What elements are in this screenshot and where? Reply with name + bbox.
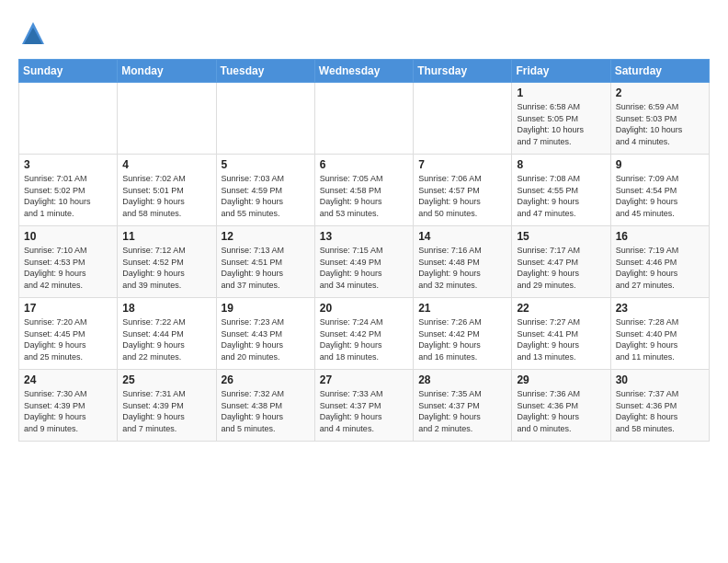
day-cell: 7Sunrise: 7:06 AM Sunset: 4:57 PM Daylig…	[414, 155, 512, 226]
day-number: 21	[418, 302, 506, 315]
day-info: Sunrise: 7:37 AM Sunset: 4:36 PM Dayligh…	[616, 388, 704, 434]
header-saturday: Saturday	[610, 60, 709, 83]
day-cell: 3Sunrise: 7:01 AM Sunset: 5:02 PM Daylig…	[19, 155, 118, 226]
day-info: Sunrise: 7:30 AM Sunset: 4:39 PM Dayligh…	[24, 388, 112, 434]
day-info: Sunrise: 7:02 AM Sunset: 5:01 PM Dayligh…	[122, 173, 210, 219]
week-row-3: 10Sunrise: 7:10 AM Sunset: 4:53 PM Dayli…	[19, 226, 710, 298]
day-cell: 22Sunrise: 7:27 AM Sunset: 4:41 PM Dayli…	[512, 298, 610, 370]
day-cell: 18Sunrise: 7:22 AM Sunset: 4:44 PM Dayli…	[118, 298, 216, 370]
day-number: 11	[122, 230, 210, 243]
header-wednesday: Wednesday	[314, 60, 413, 83]
day-info: Sunrise: 7:28 AM Sunset: 4:40 PM Dayligh…	[616, 316, 704, 362]
day-cell: 6Sunrise: 7:05 AM Sunset: 4:58 PM Daylig…	[314, 155, 413, 226]
day-cell: 9Sunrise: 7:09 AM Sunset: 4:54 PM Daylig…	[610, 155, 709, 226]
day-cell: 15Sunrise: 7:17 AM Sunset: 4:47 PM Dayli…	[512, 226, 610, 298]
day-cell: 4Sunrise: 7:02 AM Sunset: 5:01 PM Daylig…	[118, 155, 216, 226]
day-number: 28	[418, 373, 506, 386]
day-number: 5	[222, 158, 310, 171]
day-cell: 24Sunrise: 7:30 AM Sunset: 4:39 PM Dayli…	[19, 370, 118, 442]
day-cell: 28Sunrise: 7:35 AM Sunset: 4:37 PM Dayli…	[414, 370, 512, 442]
day-cell: 27Sunrise: 7:33 AM Sunset: 4:37 PM Dayli…	[314, 370, 413, 442]
day-number: 6	[320, 158, 408, 171]
day-info: Sunrise: 7:17 AM Sunset: 4:47 PM Dayligh…	[517, 245, 605, 291]
day-number: 7	[418, 158, 506, 171]
day-info: Sunrise: 7:15 AM Sunset: 4:49 PM Dayligh…	[320, 245, 408, 291]
day-cell: 20Sunrise: 7:24 AM Sunset: 4:42 PM Dayli…	[314, 298, 413, 370]
day-cell	[314, 83, 413, 155]
day-cell	[118, 83, 216, 155]
day-number: 3	[24, 158, 112, 171]
day-cell: 12Sunrise: 7:13 AM Sunset: 4:51 PM Dayli…	[216, 226, 314, 298]
day-number: 8	[517, 158, 605, 171]
day-info: Sunrise: 7:01 AM Sunset: 5:02 PM Dayligh…	[24, 173, 112, 219]
day-number: 2	[616, 86, 704, 99]
day-number: 4	[122, 158, 210, 171]
day-cell: 29Sunrise: 7:36 AM Sunset: 4:36 PM Dayli…	[512, 370, 610, 442]
day-number: 10	[24, 230, 112, 243]
day-number: 1	[517, 86, 605, 99]
day-info: Sunrise: 7:10 AM Sunset: 4:53 PM Dayligh…	[24, 245, 112, 291]
day-info: Sunrise: 7:12 AM Sunset: 4:52 PM Dayligh…	[122, 245, 210, 291]
header-row-days: SundayMondayTuesdayWednesdayThursdayFrid…	[19, 60, 710, 83]
day-cell: 1Sunrise: 6:58 AM Sunset: 5:05 PM Daylig…	[512, 83, 610, 155]
day-info: Sunrise: 7:31 AM Sunset: 4:39 PM Dayligh…	[122, 388, 210, 434]
week-row-4: 17Sunrise: 7:20 AM Sunset: 4:45 PM Dayli…	[19, 298, 710, 370]
day-info: Sunrise: 7:22 AM Sunset: 4:44 PM Dayligh…	[122, 316, 210, 362]
header-tuesday: Tuesday	[216, 60, 314, 83]
day-info: Sunrise: 7:05 AM Sunset: 4:58 PM Dayligh…	[320, 173, 408, 219]
day-number: 15	[517, 230, 605, 243]
day-cell: 21Sunrise: 7:26 AM Sunset: 4:42 PM Dayli…	[414, 298, 512, 370]
day-number: 17	[24, 302, 112, 315]
header-monday: Monday	[118, 60, 216, 83]
day-info: Sunrise: 7:23 AM Sunset: 4:43 PM Dayligh…	[222, 316, 310, 362]
day-number: 19	[222, 302, 310, 315]
day-info: Sunrise: 7:26 AM Sunset: 4:42 PM Dayligh…	[418, 316, 506, 362]
day-number: 24	[24, 373, 112, 386]
day-info: Sunrise: 7:35 AM Sunset: 4:37 PM Dayligh…	[418, 388, 506, 434]
day-number: 26	[222, 373, 310, 386]
day-cell: 8Sunrise: 7:08 AM Sunset: 4:55 PM Daylig…	[512, 155, 610, 226]
day-cell	[19, 83, 118, 155]
calendar-container: SundayMondayTuesdayWednesdayThursdayFrid…	[0, 0, 728, 451]
day-info: Sunrise: 7:33 AM Sunset: 4:37 PM Dayligh…	[320, 388, 408, 434]
day-cell: 30Sunrise: 7:37 AM Sunset: 4:36 PM Dayli…	[610, 370, 709, 442]
day-cell	[414, 83, 512, 155]
week-row-1: 1Sunrise: 6:58 AM Sunset: 5:05 PM Daylig…	[19, 83, 710, 155]
day-number: 12	[222, 230, 310, 243]
day-info: Sunrise: 7:19 AM Sunset: 4:46 PM Dayligh…	[616, 245, 704, 291]
day-cell: 2Sunrise: 6:59 AM Sunset: 5:03 PM Daylig…	[610, 83, 709, 155]
day-number: 22	[517, 302, 605, 315]
day-cell: 17Sunrise: 7:20 AM Sunset: 4:45 PM Dayli…	[19, 298, 118, 370]
day-cell	[216, 83, 314, 155]
logo	[18, 18, 51, 48]
day-cell: 14Sunrise: 7:16 AM Sunset: 4:48 PM Dayli…	[414, 226, 512, 298]
calendar-table: SundayMondayTuesdayWednesdayThursdayFrid…	[18, 59, 710, 442]
day-cell: 5Sunrise: 7:03 AM Sunset: 4:59 PM Daylig…	[216, 155, 314, 226]
day-number: 25	[122, 373, 210, 386]
day-info: Sunrise: 7:16 AM Sunset: 4:48 PM Dayligh…	[418, 245, 506, 291]
day-number: 20	[320, 302, 408, 315]
day-number: 23	[616, 302, 704, 315]
day-info: Sunrise: 7:09 AM Sunset: 4:54 PM Dayligh…	[616, 173, 704, 219]
day-cell: 23Sunrise: 7:28 AM Sunset: 4:40 PM Dayli…	[610, 298, 709, 370]
day-cell: 10Sunrise: 7:10 AM Sunset: 4:53 PM Dayli…	[19, 226, 118, 298]
day-number: 9	[616, 158, 704, 171]
day-number: 18	[122, 302, 210, 315]
header-thursday: Thursday	[414, 60, 512, 83]
day-info: Sunrise: 7:32 AM Sunset: 4:38 PM Dayligh…	[222, 388, 310, 434]
day-info: Sunrise: 7:06 AM Sunset: 4:57 PM Dayligh…	[418, 173, 506, 219]
header-sunday: Sunday	[19, 60, 118, 83]
logo-icon	[18, 18, 48, 48]
day-info: Sunrise: 7:20 AM Sunset: 4:45 PM Dayligh…	[24, 316, 112, 362]
day-info: Sunrise: 7:03 AM Sunset: 4:59 PM Dayligh…	[222, 173, 310, 219]
day-number: 29	[517, 373, 605, 386]
day-cell: 26Sunrise: 7:32 AM Sunset: 4:38 PM Dayli…	[216, 370, 314, 442]
day-info: Sunrise: 7:08 AM Sunset: 4:55 PM Dayligh…	[517, 173, 605, 219]
day-info: Sunrise: 7:13 AM Sunset: 4:51 PM Dayligh…	[222, 245, 310, 291]
header-row	[18, 15, 710, 48]
day-number: 13	[320, 230, 408, 243]
day-number: 27	[320, 373, 408, 386]
week-row-2: 3Sunrise: 7:01 AM Sunset: 5:02 PM Daylig…	[19, 155, 710, 226]
day-info: Sunrise: 7:24 AM Sunset: 4:42 PM Dayligh…	[320, 316, 408, 362]
day-info: Sunrise: 6:58 AM Sunset: 5:05 PM Dayligh…	[517, 101, 605, 147]
